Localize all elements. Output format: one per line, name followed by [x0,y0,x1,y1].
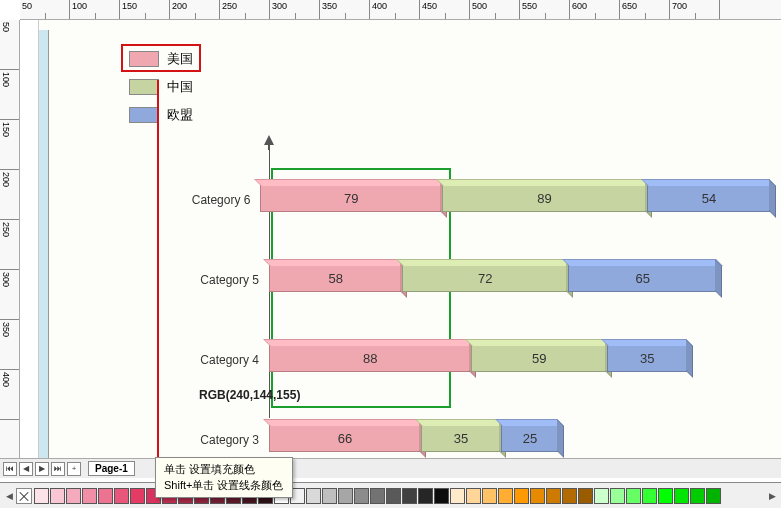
canvas-area[interactable]: 美国中国欧盟 Category 6798954Category 5587265C… [38,20,781,458]
color-swatch[interactable] [34,488,49,504]
color-swatch[interactable] [562,488,577,504]
color-swatch[interactable] [498,488,513,504]
page-nav-buttons: ⏮◀▶⏭+ [2,462,82,476]
chart-row: Category 6798954 [189,180,771,220]
no-color-swatch[interactable] [16,488,32,504]
rgb-readout: RGB(240,144,155) [199,388,300,402]
bar-segment[interactable]: 59 [471,344,607,372]
bar-group: 663525 [269,424,559,456]
color-swatch[interactable] [530,488,545,504]
legend-swatch [129,107,159,123]
palette-left-icon[interactable]: ◀ [4,488,14,504]
bar-segment[interactable]: 79 [260,184,442,212]
color-swatch[interactable] [82,488,97,504]
tooltip-line: 单击 设置填充颜色 [164,462,284,477]
bar-segment[interactable]: 66 [269,424,421,452]
bar-segment[interactable]: 35 [607,344,688,372]
ruler-horizontal: 5010015020025030035040045050055060065070… [20,0,781,20]
bar-segment[interactable]: 54 [647,184,771,212]
color-swatch[interactable] [322,488,337,504]
category-label: Category 3 [189,433,269,447]
color-swatch[interactable] [50,488,65,504]
category-label: Category 5 [189,273,269,287]
color-tooltip: 单击 设置填充颜色 Shift+单击 设置线条颜色 [155,457,293,498]
chart-legend: 美国中国欧盟 [129,50,193,134]
nav-button[interactable]: + [67,462,81,476]
color-swatch[interactable] [418,488,433,504]
palette-right-icon[interactable]: ▶ [767,488,777,504]
color-swatch[interactable] [402,488,417,504]
color-swatch[interactable] [354,488,369,504]
legend-label: 欧盟 [167,106,193,124]
color-swatch[interactable] [66,488,81,504]
color-swatch[interactable] [690,488,705,504]
nav-button[interactable]: ⏮ [3,462,17,476]
color-swatch[interactable] [114,488,129,504]
nav-button[interactable]: ◀ [19,462,33,476]
color-swatch[interactable] [706,488,721,504]
chart-row: Category 3663525 [189,420,771,460]
color-swatch[interactable] [306,488,321,504]
tooltip-line: Shift+单击 设置线条颜色 [164,478,284,493]
page-edge [39,30,49,458]
legend-item[interactable]: 中国 [129,78,193,96]
bar-segment[interactable]: 72 [402,264,568,292]
color-swatch[interactable] [594,488,609,504]
bar-segment[interactable]: 35 [421,424,502,452]
bar-group: 885935 [269,344,688,376]
color-swatch[interactable] [610,488,625,504]
color-swatch[interactable] [578,488,593,504]
nav-button[interactable]: ▶ [35,462,49,476]
color-swatch[interactable] [370,488,385,504]
color-swatch[interactable] [466,488,481,504]
color-swatch[interactable] [674,488,689,504]
color-swatch[interactable] [642,488,657,504]
nav-button[interactable]: ⏭ [51,462,65,476]
color-swatch[interactable] [434,488,449,504]
color-swatch[interactable] [386,488,401,504]
color-swatch[interactable] [514,488,529,504]
legend-highlight-box [121,44,201,72]
chart-row: Category 4885935 [189,340,771,380]
bar-group: 587265 [269,264,717,296]
legend-label: 中国 [167,78,193,96]
legend-item[interactable]: 欧盟 [129,106,193,124]
bar-group: 798954 [260,184,771,216]
color-palette: ◀ ▶ [0,482,781,508]
bar-segment[interactable]: 65 [568,264,718,292]
color-swatch[interactable] [450,488,465,504]
category-label: Category 6 [189,193,260,207]
bar-segment[interactable]: 88 [269,344,471,372]
color-swatch[interactable] [626,488,641,504]
bar-segment[interactable]: 89 [442,184,647,212]
chart-row: Category 5587265 [189,260,771,300]
bar-segment[interactable]: 58 [269,264,402,292]
color-swatch[interactable] [338,488,353,504]
color-swatch[interactable] [130,488,145,504]
category-label: Category 4 [189,353,269,367]
status-bar: ⏮◀▶⏭+ Page-1 [0,458,781,478]
bar-segment[interactable]: 25 [501,424,559,452]
color-swatch[interactable] [482,488,497,504]
ruler-vertical: 50100150200250300350400 [0,20,20,458]
palette-swatches [34,488,722,504]
color-swatch[interactable] [546,488,561,504]
color-swatch[interactable] [658,488,673,504]
color-swatch[interactable] [98,488,113,504]
legend-swatch [129,79,159,95]
annotation-arrow [157,80,159,480]
page-tab[interactable]: Page-1 [88,461,135,476]
